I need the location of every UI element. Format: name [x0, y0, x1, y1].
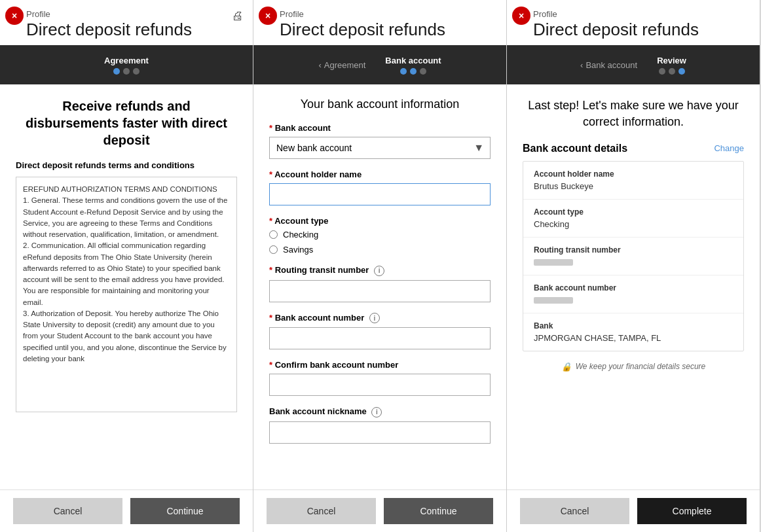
- panel3-footer: Cancel Complete: [507, 489, 760, 532]
- chevron-left-icon-3: ‹: [580, 60, 583, 70]
- complete-button[interactable]: Complete: [637, 498, 747, 524]
- nickname-label: Bank account nickname i: [269, 406, 491, 417]
- account-type-radio-group: Checking Savings: [269, 230, 491, 255]
- panel2-footer: Cancel Continue: [253, 489, 506, 532]
- terms-subtitle: Direct deposit refunds terms and conditi…: [16, 160, 237, 170]
- close-button-3[interactable]: ×: [512, 7, 530, 25]
- checking-radio-item[interactable]: Checking: [269, 230, 491, 239]
- review-row-bank: Bank JPMORGAN CHASE, TAMPA, FL: [523, 313, 743, 351]
- panel1-footer: Cancel Continue: [0, 489, 253, 532]
- review-label-holder: Account holder name: [534, 169, 733, 179]
- review-row-account-number: Bank account number: [523, 275, 743, 313]
- terms-box[interactable]: EREFUND AUTHORIZATION TERMS AND CONDITIO…: [16, 177, 237, 412]
- step-nav-3: ‹ Bank account Review: [507, 45, 760, 84]
- print-icon: 🖨: [232, 9, 244, 22]
- security-note: 🔒 We keep your financial details secure: [523, 362, 744, 372]
- nickname-group: Bank account nickname i: [269, 406, 491, 444]
- account-holder-group: * Account holder name: [269, 169, 491, 205]
- review-value-account-number: [534, 295, 733, 305]
- cancel-button-3[interactable]: Cancel: [520, 498, 629, 524]
- close-button-1[interactable]: ×: [5, 7, 24, 25]
- nickname-info-icon[interactable]: i: [371, 407, 382, 417]
- continue-button-2[interactable]: Continue: [384, 498, 493, 524]
- page-title-3: Direct deposit refunds: [533, 20, 749, 40]
- panel1-content: Receive refunds and disbursements faster…: [0, 84, 253, 489]
- dot-2-3: [420, 68, 426, 75]
- page-title-1: Direct deposit refunds: [26, 20, 242, 40]
- review-title: Last step! Let's make sure we have your …: [523, 98, 744, 130]
- bank-account-number-label: * Bank account number i: [269, 313, 491, 324]
- panel2-header: × Profile Direct deposit refunds: [253, 0, 506, 45]
- redacted-routing: [534, 259, 573, 266]
- continue-button-1[interactable]: Continue: [130, 498, 240, 524]
- review-label-bank: Bank: [534, 321, 733, 330]
- review-row-type: Account type Checking: [523, 200, 743, 238]
- review-label-account-number: Bank account number: [534, 283, 733, 293]
- review-value-holder: Brutus Buckeye: [534, 181, 733, 191]
- dot-2-2: [410, 68, 417, 75]
- review-row-routing: Routing transit number: [523, 238, 743, 275]
- savings-radio-item[interactable]: Savings: [269, 245, 491, 255]
- panel1-header: × Profile Direct deposit refunds 🖨: [0, 0, 253, 45]
- bank-account-group: * Bank account New bank account ▼: [269, 123, 491, 159]
- routing-input[interactable]: [269, 280, 491, 302]
- chevron-left-icon: ‹: [318, 60, 321, 70]
- lock-icon: 🔒: [561, 362, 572, 372]
- step-dots-3: [659, 68, 685, 75]
- panel3-header: × Profile Direct deposit refunds: [507, 0, 760, 45]
- confirm-account-label: * Confirm bank account number: [269, 360, 491, 370]
- cancel-button-2[interactable]: Cancel: [267, 498, 376, 524]
- step-dots-1: [113, 68, 139, 75]
- security-text: We keep your financial details secure: [576, 362, 706, 371]
- step-bank-account: Bank account: [385, 56, 441, 75]
- panel-bank-account: × Profile Direct deposit refunds ‹ Agree…: [253, 0, 507, 532]
- panel-agreement: × Profile Direct deposit refunds 🖨 Agree…: [0, 0, 253, 532]
- account-number-info-icon[interactable]: i: [369, 313, 380, 323]
- dot-3-2: [669, 68, 675, 75]
- dot-3: [133, 68, 139, 75]
- account-holder-input[interactable]: [269, 183, 491, 205]
- review-value-routing: [534, 257, 733, 267]
- bank-account-select[interactable]: New bank account: [269, 137, 491, 159]
- change-link[interactable]: Change: [714, 143, 744, 153]
- page-title-2: Direct deposit refunds: [280, 20, 496, 40]
- nickname-input[interactable]: [269, 421, 491, 444]
- account-holder-label: * Account holder name: [269, 169, 491, 179]
- bank-account-field-label: * Bank account: [269, 123, 491, 133]
- bank-account-number-group: * Bank account number i: [269, 313, 491, 350]
- close-button-2[interactable]: ×: [259, 7, 277, 25]
- back-button-agreement[interactable]: ‹ Agreement: [318, 60, 365, 70]
- step-agreement: Agreement: [104, 56, 149, 75]
- step-label-bank: Bank account: [385, 56, 441, 65]
- dot-2-1: [400, 68, 407, 75]
- review-value-bank: JPMORGAN CHASE, TAMPA, FL: [534, 333, 733, 343]
- back-button-bank[interactable]: ‹ Bank account: [580, 60, 637, 70]
- redacted-account-number: [534, 297, 573, 304]
- routing-label: * Routing transit number i: [269, 265, 491, 276]
- terms-text: EREFUND AUTHORIZATION TERMS AND CONDITIO…: [23, 185, 230, 363]
- cancel-button-1[interactable]: Cancel: [13, 498, 122, 524]
- savings-radio[interactable]: [269, 245, 278, 254]
- review-label-routing: Routing transit number: [534, 245, 733, 255]
- checking-label: Checking: [283, 230, 318, 239]
- confirm-account-input[interactable]: [269, 374, 491, 396]
- dot-3-1: [659, 68, 665, 75]
- review-value-type: Checking: [534, 219, 733, 229]
- panel2-content: Your bank account information * Bank acc…: [253, 84, 506, 489]
- bank-account-number-input[interactable]: [269, 327, 491, 349]
- routing-info-icon[interactable]: i: [374, 266, 384, 276]
- account-type-group: * Account type Checking Savings: [269, 216, 491, 255]
- step-nav-2: ‹ Agreement Bank account: [253, 45, 506, 84]
- review-label-type: Account type: [534, 207, 733, 217]
- profile-label-2: Profile: [280, 9, 304, 19]
- review-section-title: Bank account details: [523, 143, 627, 154]
- step-label-review: Review: [657, 56, 686, 65]
- review-section-header: Bank account details Change: [523, 143, 744, 154]
- back-label-agreement: Agreement: [324, 60, 366, 70]
- checking-radio[interactable]: [269, 230, 278, 239]
- review-row-holder: Account holder name Brutus Buckeye: [523, 162, 743, 200]
- account-type-label: * Account type: [269, 216, 491, 226]
- panel3-content: Last step! Let's make sure we have your …: [507, 84, 760, 489]
- print-button[interactable]: 🖨: [232, 9, 244, 23]
- step-label-agreement: Agreement: [104, 56, 149, 65]
